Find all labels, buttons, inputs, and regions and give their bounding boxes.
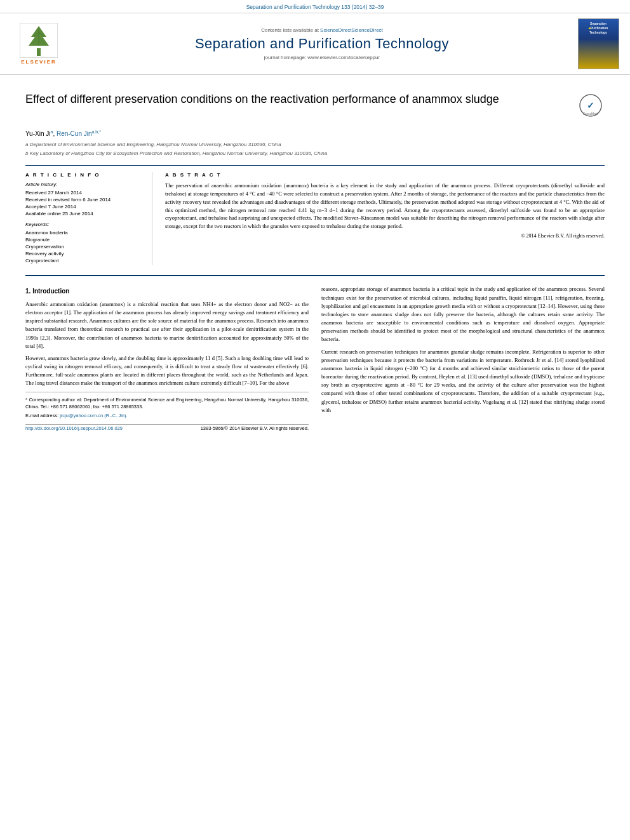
corresponding-author-note: * Corresponding author at: Department of…	[25, 396, 309, 411]
keywords-label: Keywords:	[25, 222, 144, 227]
crossmark-logo[interactable]: ✓ CrossMark	[579, 94, 605, 118]
footnote-area: * Corresponding author at: Department of…	[25, 392, 309, 420]
elsevier-brand-label: ELSEVIER	[21, 59, 57, 65]
section1-number: 1.	[25, 288, 30, 295]
email-address[interactable]: jrcju@yahoo.com.cn (R.-C. Jin).	[60, 413, 127, 418]
affil-a: a Department of Environmental Science an…	[25, 141, 605, 149]
doi-link[interactable]: http://dx.doi.org/10.1016/j.seppur.2014.…	[25, 425, 123, 432]
body-para4: Current research on preservation techniq…	[321, 348, 605, 415]
email-footnote: E-mail address: jrcju@yahoo.com.cn (R.-C…	[25, 412, 309, 420]
body-para3: reasons, appropriate storage of anammox …	[321, 285, 605, 343]
cover-text: Separation ■PurificationTechnology	[589, 22, 608, 35]
article-divider	[25, 275, 605, 276]
abstract-text: The preservation of anaerobic ammonium o…	[165, 182, 605, 230]
journal-header-top: Separation and Purification Technology 1…	[0, 0, 630, 13]
affiliations: a Department of Environmental Science an…	[25, 141, 605, 157]
abstract-col: A B S T R A C T The preservation of anae…	[165, 172, 605, 265]
keyword-3: Cryopreservation	[25, 244, 144, 250]
available-online-date: Available online 25 June 2014	[25, 211, 144, 217]
journal-citation: Separation and Purification Technology 1…	[246, 4, 384, 10]
author2-name: Ren-Cun Jin	[57, 130, 92, 137]
article-info-col: A R T I C L E I N F O Article history: R…	[25, 172, 152, 265]
svg-text:CrossMark: CrossMark	[583, 112, 599, 116]
article-info-label: A R T I C L E I N F O	[25, 172, 144, 178]
affil-b: b Key Laboratory of Hangzhou City for Ec…	[25, 150, 605, 157]
journal-title-main: Separation and Purification Technology	[67, 36, 577, 52]
doi-bar: http://dx.doi.org/10.1016/j.seppur.2014.…	[25, 424, 309, 435]
section1-title: Introduction	[32, 288, 69, 295]
journal-center-info: Contents lists available at ScienceDirec…	[67, 27, 577, 60]
body-columns: 1. Introduction Anaerobic ammonium oxida…	[25, 285, 605, 435]
article-title-section: Effect of different preservation conditi…	[25, 91, 605, 123]
journal-homepage-line: journal homepage: www.elsevier.com/locat…	[67, 55, 577, 60]
svg-rect-0	[37, 48, 41, 56]
svg-text:✓: ✓	[587, 100, 594, 110]
issn-copyright: 1383-5866/© 2014 Elsevier B.V. All right…	[201, 425, 309, 432]
article-title: Effect of different preservation conditi…	[25, 91, 573, 107]
cover-image: Separation ■PurificationTechnology	[578, 18, 619, 69]
author1-sup: a	[50, 130, 53, 134]
journal-cover: Separation ■PurificationTechnology	[577, 18, 620, 69]
keyword-1: Anammox bacteria	[25, 230, 144, 236]
contents-available-line: Contents lists available at ScienceDirec…	[67, 27, 577, 33]
keyword-5: Cryoprotectant	[25, 258, 144, 263]
sciencedirect-link[interactable]: ScienceDirect	[320, 27, 351, 33]
keyword-2: Biogranule	[25, 237, 144, 243]
abstract-label: A B S T R A C T	[165, 172, 605, 178]
author2-sup: a,b,*	[92, 130, 101, 134]
accepted-date: Accepted 7 June 2014	[25, 204, 144, 210]
body-para2: However, anammox bacteria grow slowly, a…	[25, 354, 309, 388]
section1-heading: 1. Introduction	[25, 286, 309, 297]
body-col-right: reasons, appropriate storage of anammox …	[321, 285, 605, 435]
article-history-label: Article history:	[25, 182, 144, 187]
received-date: Received 27 March 2014	[25, 190, 144, 196]
received-revised-date: Received in revised form 6 June 2014	[25, 197, 144, 203]
body-col-left: 1. Introduction Anaerobic ammonium oxida…	[25, 285, 309, 435]
keywords-section: Keywords: Anammox bacteria Biogranule Cr…	[25, 222, 144, 263]
author1-name: Yu-Xin Ji	[25, 130, 50, 137]
article-content: Effect of different preservation conditi…	[0, 75, 630, 445]
elsevier-logo: ELSEVIER	[10, 23, 67, 65]
authors-line: Yu-Xin Jia, Ren-Cun Jina,b,*	[25, 130, 605, 137]
main-header: ELSEVIER Contents lists available at Sci…	[0, 13, 630, 75]
elsevier-tree-icon	[20, 23, 58, 58]
crossmark-icon: ✓ CrossMark	[579, 94, 602, 117]
keyword-4: Recovery activity	[25, 251, 144, 257]
abstract-copyright: © 2014 Elsevier B.V. All rights reserved…	[165, 233, 605, 239]
article-info-abstract: A R T I C L E I N F O Article history: R…	[25, 165, 605, 265]
body-para1: Anaerobic ammonium oxidation (anammox) i…	[25, 300, 309, 350]
